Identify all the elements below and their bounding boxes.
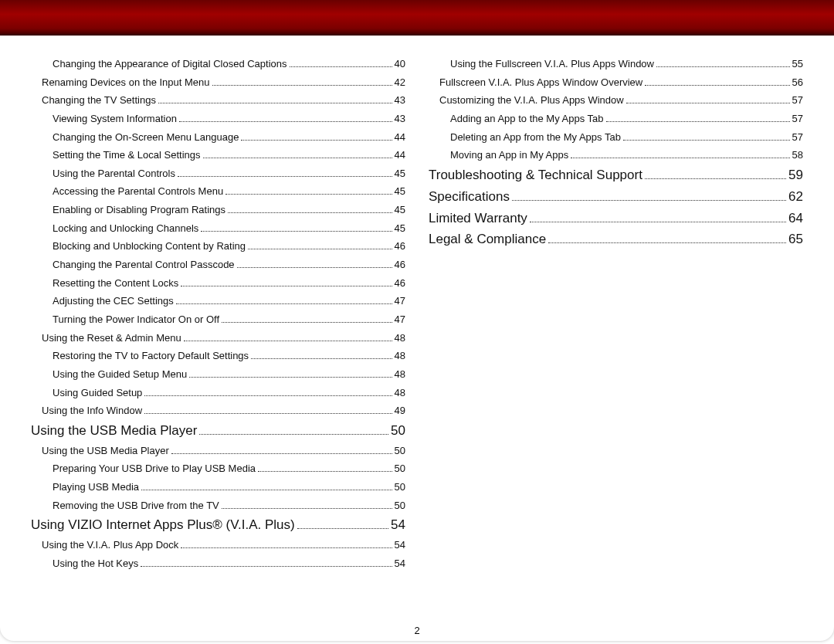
toc-entry[interactable]: Using the Reset & Admin Menu48 bbox=[31, 333, 405, 344]
toc-leader bbox=[222, 508, 392, 509]
toc-entry[interactable]: Changing the Appearance of Digital Close… bbox=[31, 59, 405, 69]
toc-entry-page: 49 bbox=[395, 405, 405, 416]
toc-entry[interactable]: Setting the Time & Local Settings44 bbox=[31, 150, 405, 161]
toc-entry-title: Playing USB Media bbox=[53, 482, 139, 493]
toc-leader bbox=[144, 413, 392, 414]
toc-leader bbox=[199, 434, 388, 435]
toc-entry-title: Enabling or Disabling Program Ratings bbox=[53, 205, 225, 215]
toc-entry-title: Setting the Time & Local Settings bbox=[53, 150, 201, 161]
toc-entry-page: 54 bbox=[395, 558, 405, 569]
toc-entry-title: Using the Hot Keys bbox=[53, 558, 138, 569]
toc-entry[interactable]: Using the Info Window49 bbox=[31, 405, 405, 416]
toc-entry-title: Using the Guided Setup Menu bbox=[53, 369, 187, 380]
toc-entry-page: 55 bbox=[792, 59, 803, 69]
toc-entry-title: Using the USB Media Player bbox=[42, 446, 169, 456]
toc-entry[interactable]: Changing the On-Screen Menu Language44 bbox=[31, 132, 405, 143]
toc-entry-title: Using VIZIO Internet Apps Plus® (V.I.A. … bbox=[31, 518, 295, 532]
toc-entry[interactable]: Restoring the TV to Factory Default Sett… bbox=[31, 351, 405, 361]
toc-entry[interactable]: Using the Parental Controls45 bbox=[31, 168, 405, 179]
toc-entry-title: Changing the Appearance of Digital Close… bbox=[53, 59, 287, 69]
toc-leader bbox=[201, 231, 392, 232]
toc-entry-page: 48 bbox=[395, 351, 405, 361]
toc-leader bbox=[203, 158, 392, 158]
toc-entry-page: 45 bbox=[395, 205, 405, 215]
toc-entry-title: Adjusting the CEC Settings bbox=[53, 296, 174, 307]
toc-leader bbox=[248, 249, 392, 249]
toc-entry[interactable]: Turning the Power Indicator On or Off47 bbox=[31, 314, 405, 325]
toc-entry-page: 44 bbox=[395, 150, 405, 161]
toc-entry[interactable]: Legal & Compliance65 bbox=[429, 232, 803, 246]
toc-leader bbox=[645, 85, 789, 86]
toc-entry-title: Turning the Power Indicator On or Off bbox=[53, 314, 219, 325]
toc-entry[interactable]: Resetting the Content Locks46 bbox=[31, 278, 405, 289]
toc-entry[interactable]: Using the V.I.A. Plus App Dock54 bbox=[31, 540, 405, 551]
toc-entry[interactable]: Using VIZIO Internet Apps Plus® (V.I.A. … bbox=[31, 518, 405, 532]
toc-leader bbox=[237, 267, 392, 268]
toc-entry-page: 46 bbox=[395, 241, 405, 252]
toc-entry-page: 48 bbox=[395, 333, 405, 344]
toc-entry[interactable]: Adjusting the CEC Settings47 bbox=[31, 296, 405, 307]
toc-entry[interactable]: Renaming Devices on the Input Menu42 bbox=[31, 77, 405, 88]
toc-entry[interactable]: Using the Hot Keys54 bbox=[31, 558, 405, 569]
toc-entry-title: Using the Reset & Admin Menu bbox=[42, 333, 181, 344]
toc-leader bbox=[222, 322, 392, 323]
toc-entry-title: Accessing the Parental Controls Menu bbox=[53, 186, 223, 197]
toc-entry-page: 48 bbox=[395, 388, 405, 398]
toc-entry-title: Specifications bbox=[429, 190, 510, 204]
toc-entry-page: 50 bbox=[395, 500, 405, 511]
toc-entry[interactable]: Accessing the Parental Controls Menu45 bbox=[31, 186, 405, 197]
toc-entry[interactable]: Deleting an App from the My Apps Tab57 bbox=[429, 132, 803, 143]
toc-entry-page: 45 bbox=[395, 186, 405, 197]
toc-leader bbox=[297, 528, 388, 529]
toc-entry-title: Fullscreen V.I.A. Plus Apps Window Overv… bbox=[439, 77, 642, 88]
toc-entry-title: Removing the USB Drive from the TV bbox=[53, 500, 219, 511]
toc-entry-page: 40 bbox=[395, 59, 405, 69]
toc-entry[interactable]: Using the USB Media Player50 bbox=[31, 424, 405, 438]
toc-entry[interactable]: Changing the Parental Control Passcode46 bbox=[31, 259, 405, 270]
toc-entry-title: Using the Info Window bbox=[42, 405, 142, 416]
toc-entry-title: Using Guided Setup bbox=[53, 388, 142, 398]
toc-leader bbox=[144, 395, 392, 396]
toc-entry[interactable]: Using the Guided Setup Menu48 bbox=[31, 369, 405, 380]
toc-entry[interactable]: Blocking and Unblocking Content by Ratin… bbox=[31, 241, 405, 252]
toc-leader bbox=[178, 176, 392, 177]
toc-entry[interactable]: Enabling or Disabling Program Ratings45 bbox=[31, 205, 405, 215]
toc-entry-title: Deleting an App from the My Apps Tab bbox=[450, 132, 621, 143]
toc-entry[interactable]: Preparing Your USB Drive to Play USB Med… bbox=[31, 463, 405, 474]
toc-entry[interactable]: Locking and Unlocking Channels45 bbox=[31, 223, 405, 234]
toc-entry-title: Changing the TV Settings bbox=[42, 95, 156, 106]
toc-entry[interactable]: Removing the USB Drive from the TV50 bbox=[31, 500, 405, 511]
toc-entry[interactable]: Using Guided Setup48 bbox=[31, 388, 405, 398]
toc-leader bbox=[606, 121, 790, 122]
toc-entry[interactable]: Troubleshooting & Technical Support59 bbox=[429, 168, 803, 182]
toc-leader bbox=[179, 121, 392, 122]
toc-columns: Changing the Appearance of Digital Close… bbox=[0, 36, 834, 641]
toc-leader bbox=[212, 85, 392, 86]
toc-entry-page: 65 bbox=[788, 232, 803, 246]
toc-entry[interactable]: Using the Fullscreen V.I.A. Plus Apps Wi… bbox=[429, 59, 803, 69]
toc-entry-page: 50 bbox=[395, 482, 405, 493]
toc-entry[interactable]: Fullscreen V.I.A. Plus Apps Window Overv… bbox=[429, 77, 803, 88]
toc-entry-page: 44 bbox=[395, 132, 405, 143]
page: Changing the Appearance of Digital Close… bbox=[0, 0, 834, 644]
toc-entry[interactable]: Using the USB Media Player50 bbox=[31, 446, 405, 456]
toc-entry[interactable]: Moving an App in My Apps58 bbox=[429, 150, 803, 161]
toc-entry[interactable]: Adding an App to the My Apps Tab57 bbox=[429, 114, 803, 124]
toc-entry[interactable]: Playing USB Media50 bbox=[31, 482, 405, 493]
toc-entry[interactable]: Limited Warranty64 bbox=[429, 212, 803, 225]
toc-leader bbox=[171, 453, 392, 454]
toc-entry[interactable]: Customizing the V.I.A. Plus Apps Window5… bbox=[429, 95, 803, 106]
toc-entry[interactable]: Specifications62 bbox=[429, 190, 803, 204]
toc-leader bbox=[571, 158, 789, 158]
toc-entry-page: 50 bbox=[395, 446, 405, 456]
toc-entry-title: Preparing Your USB Drive to Play USB Med… bbox=[53, 463, 256, 474]
toc-entry-title: Customizing the V.I.A. Plus Apps Window bbox=[439, 95, 624, 106]
toc-entry-page: 43 bbox=[395, 114, 405, 124]
toc-entry-title: Renaming Devices on the Input Menu bbox=[42, 77, 210, 88]
header-band bbox=[0, 0, 834, 36]
toc-leader bbox=[512, 200, 786, 201]
toc-entry[interactable]: Changing the TV Settings43 bbox=[31, 95, 405, 106]
toc-leader bbox=[181, 286, 392, 286]
toc-entry[interactable]: Viewing System Information43 bbox=[31, 114, 405, 124]
toc-leader bbox=[656, 66, 790, 67]
